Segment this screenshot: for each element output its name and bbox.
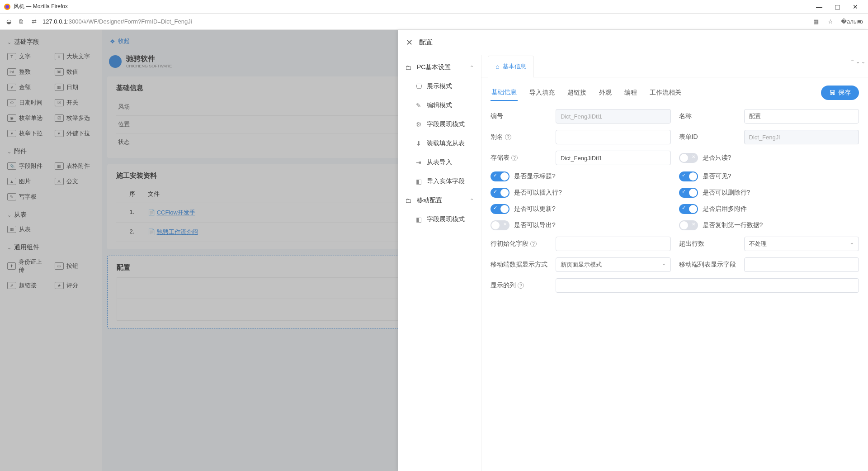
resize-handles[interactable]: ⌃ ⌄ ⌄ <box>850 59 865 65</box>
palette-item-fkselect[interactable]: ▾外键下拉 <box>53 127 97 140</box>
input-name[interactable] <box>744 109 859 124</box>
help-icon[interactable]: ? <box>530 241 537 247</box>
input-mobcols[interactable] <box>744 257 859 272</box>
label-mobmode: 移动端数据显示方式 <box>491 261 547 269</box>
nav-group-pc[interactable]: 🗀 PC基本设置 ⌃ <box>398 58 481 77</box>
toggle-insertrow[interactable] <box>491 188 509 198</box>
palette-item-fieldattach[interactable]: 📎字段附件 <box>5 159 49 173</box>
folder-icon: 🗀 <box>405 197 413 204</box>
toggle-export[interactable] <box>491 220 509 230</box>
save-icon: 🖫 <box>829 89 835 96</box>
palette-item-money[interactable]: ¥金额 <box>5 81 49 94</box>
minimize-button[interactable]: — <box>810 3 828 10</box>
label-name: 名称 <box>679 112 736 120</box>
save-button[interactable]: 🖫 保存 <box>821 86 859 100</box>
palette-item-select[interactable]: ▾枚举下拉 <box>5 127 49 140</box>
toggle-multiattach[interactable] <box>679 204 698 214</box>
maximize-button[interactable]: ▢ <box>828 3 846 10</box>
palette-item-button[interactable]: ▭按钮 <box>53 255 97 277</box>
address-bar[interactable]: 127.0.0.1:3000/#/WF/Designer/Form?FrmID=… <box>42 18 807 25</box>
nav-group-mobile[interactable]: 🗀 移动配置 ⌃ <box>398 191 481 210</box>
palette-item-datetime[interactable]: ⏲日期时间 <box>5 96 49 109</box>
palette-item-bigtext[interactable]: ≡大块文字 <box>53 50 97 63</box>
input-showcols[interactable] <box>556 278 859 293</box>
bookmark-icon[interactable]: ☆ <box>826 18 835 25</box>
palette-item-doc[interactable]: A公文 <box>53 175 97 188</box>
tab-basic-info[interactable]: ⌂ 基本信息 <box>488 56 534 78</box>
toggle-deleterow[interactable] <box>679 188 698 198</box>
extensions-icon[interactable]: �ально <box>841 18 849 25</box>
subtab-import[interactable]: 导入填充 <box>528 85 556 100</box>
toggle-copyfirst[interactable] <box>679 220 698 230</box>
config-panel: ✕ 配置 🗀 PC基本设置 ⌃ 🖵展示模式 ✎编辑模式 ⚙字段展现模式 ⬇装载填… <box>398 30 868 471</box>
palette-item-tableattach[interactable]: ▦表格附件 <box>53 159 97 173</box>
file-link[interactable]: 驰骋工作流介绍 <box>157 228 198 235</box>
qr-icon[interactable]: ▩ <box>812 18 820 25</box>
menu-icon[interactable]: ≡ <box>855 18 863 25</box>
nav-item-import-table[interactable]: ⇥从表导入 <box>398 153 481 172</box>
label-overflow: 超出行数 <box>679 240 736 248</box>
monitor-icon: 🖵 <box>416 83 423 90</box>
subtab-basic[interactable]: 基础信息 <box>491 85 518 101</box>
input-formid <box>744 130 859 144</box>
palette-item-subtable[interactable]: ▦从表 <box>5 223 49 236</box>
palette-group-from[interactable]: ⌄从表 <box>5 207 96 223</box>
toggle-readonly[interactable] <box>679 153 698 163</box>
palette-item-radio[interactable]: ◉枚举单选 <box>5 111 49 125</box>
label-initrow: 行初始化字段? <box>491 240 547 248</box>
subtab-link[interactable]: 超链接 <box>566 85 587 100</box>
lock-icon[interactable]: 🗎 <box>17 18 25 25</box>
nav-item-import-entity[interactable]: ◧导入实体字段 <box>398 172 481 191</box>
palette-group-attach[interactable]: ⌄附件 <box>5 144 96 159</box>
chevron-up-icon: ⌃ <box>470 65 474 71</box>
palette-item-text[interactable]: T文字 <box>5 50 49 63</box>
panel-main: ⌃ ⌄ ⌄ ⌂ 基本信息 基础信息 导入填充 超链接 外观 编程 工作流相关 <box>481 55 868 471</box>
palette-item-int[interactable]: int整数 <box>5 65 49 79</box>
palette-item-date[interactable]: ▦日期 <box>53 81 97 94</box>
toggle-showtitle[interactable] <box>491 171 509 181</box>
input-store[interactable] <box>556 151 671 165</box>
input-initrow[interactable] <box>556 237 671 251</box>
label-readonly: 是否只读? <box>703 154 731 162</box>
layers-icon: ❖ <box>110 38 115 45</box>
palette-item-rating[interactable]: ★评分 <box>53 279 97 292</box>
help-icon[interactable]: ? <box>518 282 524 289</box>
help-icon[interactable]: ? <box>511 155 518 161</box>
close-window-button[interactable]: ✕ <box>846 3 864 10</box>
palette-item-link[interactable]: ⇗超链接 <box>5 279 49 292</box>
nav-item-field-display[interactable]: ⚙字段展现模式 <box>398 115 481 134</box>
close-panel-button[interactable]: ✕ <box>406 38 413 48</box>
config-form: 编号 名称 别名? 表单ID 存储表? 是否只读? <box>491 109 859 293</box>
palette-group-common[interactable]: ⌄通用组件 <box>5 240 96 255</box>
palette-group-basic[interactable]: ⌄基础字段 <box>5 34 96 50</box>
url-host: 127.0.0.1 <box>42 18 67 25</box>
select-overflow[interactable] <box>744 237 859 251</box>
panel-title: 配置 <box>419 38 433 47</box>
permissions-icon[interactable]: ⇄ <box>30 18 38 25</box>
subtab-appearance[interactable]: 外观 <box>598 85 613 100</box>
input-alias[interactable] <box>556 130 671 144</box>
toggle-update[interactable] <box>491 204 509 214</box>
nav-item-mobile-field-display[interactable]: ◧字段展现模式 <box>398 210 481 229</box>
subtab-workflow[interactable]: 工作流相关 <box>649 85 682 100</box>
palette-item-switch[interactable]: ☑开关 <box>53 96 97 109</box>
nav-item-display-mode[interactable]: 🖵展示模式 <box>398 77 481 96</box>
shield-icon[interactable]: ◒ <box>5 18 13 25</box>
nav-item-load-fill[interactable]: ⬇装载填充从表 <box>398 134 481 153</box>
help-icon[interactable]: ? <box>505 134 511 140</box>
palette-item-check[interactable]: ☑枚举多选 <box>53 111 97 125</box>
subtab-program[interactable]: 编程 <box>623 85 638 100</box>
download-icon: ⬇ <box>416 140 423 147</box>
input-id <box>556 109 671 124</box>
palette-item-image[interactable]: ▲图片 <box>5 175 49 188</box>
select-mobmode[interactable] <box>556 257 671 272</box>
label-multiattach: 是否启用多附件 <box>703 205 747 213</box>
url-port: :3000 <box>67 18 82 25</box>
palette-item-num[interactable]: 00数值 <box>53 65 97 79</box>
palette-item-idupload[interactable]: ⬆身份证上传 <box>5 255 49 277</box>
nav-item-edit-mode[interactable]: ✎编辑模式 <box>398 96 481 115</box>
palette-item-board[interactable]: ✎写字板 <box>5 190 49 204</box>
label-export: 是否可以导出? <box>514 221 556 229</box>
file-link[interactable]: CCFlow开发手 <box>157 209 195 216</box>
toggle-visible[interactable] <box>679 171 698 181</box>
